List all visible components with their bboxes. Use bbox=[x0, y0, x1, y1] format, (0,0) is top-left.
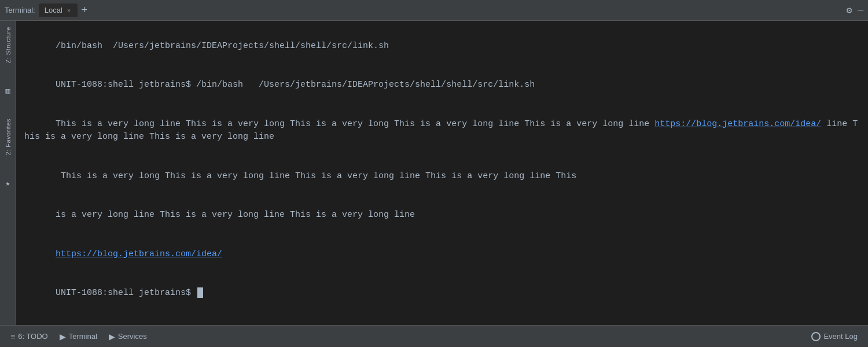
terminal-line-link2: https://blog.jetbrains.com/idea/ bbox=[24, 235, 860, 274]
terminal-line-3: This is a very long line This is a very … bbox=[24, 105, 860, 157]
terminal-status-label: Terminal bbox=[69, 332, 97, 341]
terminal-line-1: /bin/bash /Users/jetbrains/IDEAProjects/… bbox=[24, 27, 860, 66]
terminal-prompt: UNIT-1088:shell jetbrains$ bbox=[56, 288, 196, 298]
structure-label[interactable]: Z: Structure bbox=[5, 27, 12, 63]
todo-button[interactable]: ≡ 6: TODO bbox=[6, 330, 53, 344]
terminal-link-1[interactable]: https://blog.jetbrains.com/idea/ bbox=[654, 119, 821, 129]
terminal-label-static: Terminal: bbox=[5, 6, 35, 14]
minimize-icon[interactable]: — bbox=[858, 5, 863, 16]
tab-add-button[interactable]: + bbox=[81, 5, 87, 16]
tab-bar: Terminal: Local × + ⚙ — bbox=[0, 0, 868, 21]
services-label: Services bbox=[118, 332, 147, 341]
tab-close-icon[interactable]: × bbox=[66, 7, 72, 14]
todo-icon: ≡ bbox=[10, 332, 15, 341]
todo-label: 6: TODO bbox=[18, 332, 48, 341]
services-button[interactable]: ▶ Services bbox=[104, 330, 152, 344]
tab-local[interactable]: Local × bbox=[39, 3, 78, 17]
favorites-label[interactable]: 2: Favorites bbox=[5, 119, 12, 155]
main-area: Z: Structure ▥ 2: Favorites ★ /bin/bash … bbox=[0, 21, 868, 325]
terminal-line-4: This is a very long This is a very long … bbox=[24, 157, 860, 196]
terminal-link-2[interactable]: https://blog.jetbrains.com/idea/ bbox=[56, 249, 222, 259]
favorites-icon: ★ bbox=[6, 179, 10, 188]
tab-local-label: Local bbox=[45, 6, 62, 14]
settings-icon[interactable]: ⚙ bbox=[847, 5, 852, 16]
event-log-button[interactable]: Event Log bbox=[807, 330, 862, 344]
side-panel-left: Z: Structure ▥ 2: Favorites ★ bbox=[0, 21, 16, 325]
terminal-status-icon: ▶ bbox=[60, 332, 66, 341]
terminal-cursor bbox=[197, 287, 203, 298]
status-bar: ≡ 6: TODO ▶ Terminal ▶ Services Event Lo… bbox=[0, 325, 868, 347]
terminal-line-5: is a very long line This is a very long … bbox=[24, 196, 860, 235]
terminal-line-2: UNIT-1088:shell jetbrains$ /bin/bash /Us… bbox=[24, 66, 860, 105]
services-icon: ▶ bbox=[109, 332, 115, 341]
event-log-label: Event Log bbox=[823, 332, 858, 341]
side-panel-icon: ▥ bbox=[6, 86, 10, 95]
terminal-button[interactable]: ▶ Terminal bbox=[55, 330, 102, 344]
event-log-icon bbox=[811, 332, 821, 341]
tab-bar-actions: ⚙ — bbox=[847, 5, 863, 16]
terminal-content[interactable]: /bin/bash /Users/jetbrains/IDEAProjects/… bbox=[16, 21, 868, 325]
terminal-prompt-line: UNIT-1088:shell jetbrains$ bbox=[24, 274, 860, 313]
